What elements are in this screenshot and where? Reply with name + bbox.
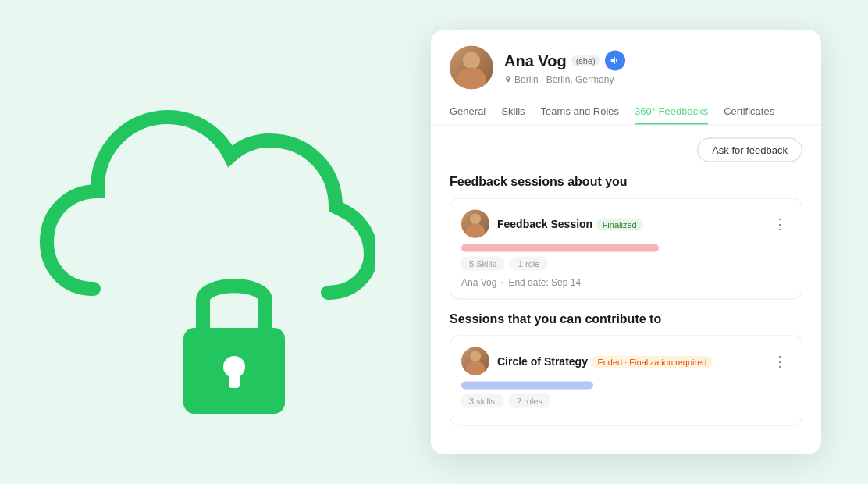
- content-area: Ask for feedback Feedback sessions about…: [431, 138, 821, 426]
- circle-strategy-card: Circle of Strategy Ended · Finalization …: [450, 336, 802, 426]
- footer-name: Ana Vog: [461, 277, 496, 288]
- tab-general[interactable]: General: [450, 99, 486, 125]
- finalized-badge: Finalized: [596, 219, 643, 231]
- session1-more-button[interactable]: ⋮: [769, 213, 791, 235]
- profile-name: Ana Vog: [504, 52, 567, 69]
- feedback-session-avatar: [461, 210, 489, 238]
- session2-more-button[interactable]: ⋮: [769, 351, 791, 372]
- profile-card: Ana Vog (she) Berlin · Berlin, Germany G…: [431, 30, 821, 454]
- tag-role-1: 1 role: [510, 257, 548, 271]
- redacted-line-1: [461, 244, 659, 252]
- feedback-session-title: Feedback Session: [497, 218, 592, 230]
- background-illustration: [31, 55, 375, 429]
- tab-skills[interactable]: Skills: [501, 99, 525, 125]
- tab-teams-roles[interactable]: Teams and Roles: [541, 99, 619, 125]
- circle-strategy-avatar: [461, 347, 489, 375]
- tag-roles-2: 2 roles: [509, 394, 550, 408]
- speaker-button[interactable]: [605, 51, 625, 71]
- card-footer-1: Ana Vog End date: Sep 14: [461, 277, 791, 288]
- profile-location: Berlin · Berlin, Germany: [504, 74, 802, 85]
- tags-row-2: 3 skills 2 roles: [461, 394, 791, 408]
- tag-skills-1: 5 Skills: [461, 257, 504, 271]
- tag-skills-2: 3 skills: [461, 394, 503, 408]
- avatar: [450, 46, 493, 90]
- pronoun-badge: (she): [571, 55, 600, 66]
- nav-tabs: General Skills Teams and Roles 360° Feed…: [431, 99, 821, 126]
- feedback-session-card: Feedback Session Finalized ⋮ 5 Skills 1 …: [450, 198, 802, 300]
- redacted-line-2: [461, 382, 593, 390]
- svg-rect-2: [229, 371, 240, 388]
- footer-date: End date: Sep 14: [508, 277, 581, 288]
- ended-badge: Ended · Finalization required: [591, 356, 713, 368]
- ask-feedback-button[interactable]: Ask for feedback: [697, 138, 802, 162]
- tags-row-1: 5 Skills 1 role: [461, 257, 791, 271]
- tab-360-feedbacks[interactable]: 360° Feedbacks: [635, 99, 708, 125]
- cloud-lock-icon: [31, 55, 375, 429]
- profile-header: Ana Vog (she) Berlin · Berlin, Germany: [431, 30, 821, 99]
- profile-info: Ana Vog (she) Berlin · Berlin, Germany: [504, 51, 802, 85]
- section2-title: Sessions that you can contribute to: [450, 312, 802, 326]
- location-text: Berlin · Berlin, Germany: [514, 74, 614, 85]
- tab-certificates[interactable]: Certificates: [724, 99, 774, 125]
- circle-strategy-title: Circle of Strategy: [497, 355, 588, 368]
- section1-title: Feedback sessions about you: [450, 175, 802, 189]
